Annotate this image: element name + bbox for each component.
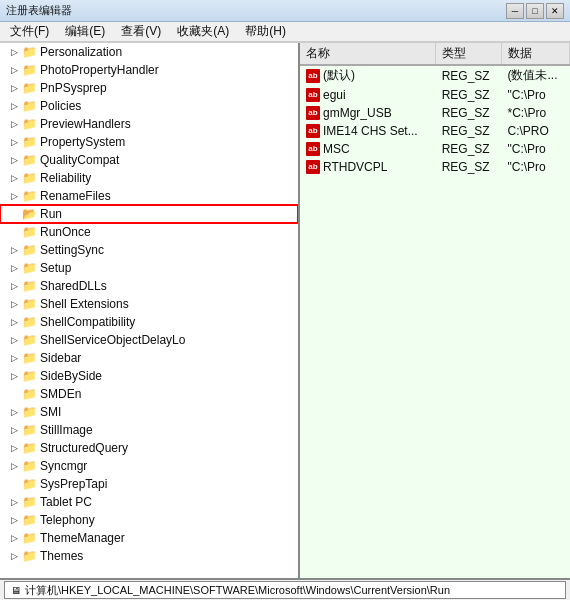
tree-item-run[interactable]: 📂Run [0, 205, 298, 223]
computer-icon: 🖥 [11, 585, 21, 596]
tree-label-shellextensions: Shell Extensions [40, 297, 129, 311]
folder-icon-sidebar: 📁 [21, 351, 37, 365]
reg-type-icon: ab [306, 106, 320, 120]
reg-name-text: MSC [323, 142, 350, 156]
expand-icon-renamefiles: ▷ [8, 190, 20, 202]
tree-item-personalization[interactable]: ▷📁Personalization [0, 43, 298, 61]
folder-icon-run: 📂 [21, 207, 37, 221]
expand-icon-shellserviceobjectdelaylo: ▷ [8, 334, 20, 346]
tree-item-pnpsysprep[interactable]: ▷📁PnPSysprep [0, 79, 298, 97]
tree-item-syncmgr[interactable]: ▷📁Syncmgr [0, 457, 298, 475]
tree-label-telephony: Telephony [40, 513, 95, 527]
tree-item-shareddlls[interactable]: ▷📁SharedDLLs [0, 277, 298, 295]
reg-type-cell: REG_SZ [436, 104, 502, 122]
tree-item-shellcompatibility[interactable]: ▷📁ShellCompatibility [0, 313, 298, 331]
folder-icon-shellcompatibility: 📁 [21, 315, 37, 329]
tree-item-themes[interactable]: ▷📁Themes [0, 547, 298, 565]
tree-label-run: Run [40, 207, 62, 221]
tree-item-shellserviceobjectdelaylo[interactable]: ▷📁ShellServiceObjectDelayLo [0, 331, 298, 349]
col-data[interactable]: 数据 [501, 43, 569, 65]
tree-item-tabletpc[interactable]: ▷📁Tablet PC [0, 493, 298, 511]
table-row[interactable]: abMSCREG_SZ"C:\Pro [300, 140, 570, 158]
tree-item-policies[interactable]: ▷📁Policies [0, 97, 298, 115]
reg-name-cell: ab(默认) [300, 65, 436, 86]
folder-icon-shareddlls: 📁 [21, 279, 37, 293]
tree-label-thememanager: ThemeManager [40, 531, 125, 545]
tree-label-propertysystem: PropertySystem [40, 135, 125, 149]
folder-icon-runonce: 📁 [21, 225, 37, 239]
maximize-button[interactable]: □ [526, 3, 544, 19]
tree-item-reliability[interactable]: ▷📁Reliability [0, 169, 298, 187]
tree-item-telephony[interactable]: ▷📁Telephony [0, 511, 298, 529]
expand-icon-setup: ▷ [8, 262, 20, 274]
table-row[interactable]: ab(默认)REG_SZ(数值未... [300, 65, 570, 86]
tree-item-propertysystem[interactable]: ▷📁PropertySystem [0, 133, 298, 151]
tree-item-previewhandlers[interactable]: ▷📁PreviewHandlers [0, 115, 298, 133]
tree-item-photopropertyhandler[interactable]: ▷📁PhotoPropertyHandler [0, 61, 298, 79]
expand-icon-telephony: ▷ [8, 514, 20, 526]
folder-icon-themes: 📁 [21, 549, 37, 563]
reg-data-cell: C:\PRO [501, 122, 569, 140]
tree-label-shellcompatibility: ShellCompatibility [40, 315, 135, 329]
folder-icon-propertysystem: 📁 [21, 135, 37, 149]
expand-icon-previewhandlers: ▷ [8, 118, 20, 130]
col-type[interactable]: 类型 [436, 43, 502, 65]
expand-icon-shellextensions: ▷ [8, 298, 20, 310]
tree-item-sidebar[interactable]: ▷📁Sidebar [0, 349, 298, 367]
folder-icon-photopropertyhandler: 📁 [21, 63, 37, 77]
tree-label-runonce: RunOnce [40, 225, 91, 239]
reg-data-cell: "C:\Pro [501, 140, 569, 158]
table-row[interactable]: abRTHDVCPLREG_SZ"C:\Pro [300, 158, 570, 176]
reg-name-cell: abegui [300, 86, 436, 104]
table-row[interactable]: abIME14 CHS Set...REG_SZC:\PRO [300, 122, 570, 140]
table-row[interactable]: abgmMgr_USBREG_SZ*C:\Pro [300, 104, 570, 122]
expand-icon-tabletpc: ▷ [8, 496, 20, 508]
menu-item-e[interactable]: 编辑(E) [59, 22, 111, 41]
tree-label-themes: Themes [40, 549, 83, 563]
tree-item-settingsync[interactable]: ▷📁SettingSync [0, 241, 298, 259]
menu-item-h[interactable]: 帮助(H) [239, 22, 292, 41]
tree-item-structuredquery[interactable]: ▷📁StructuredQuery [0, 439, 298, 457]
tree-label-tabletpc: Tablet PC [40, 495, 92, 509]
folder-icon-sidebyside: 📁 [21, 369, 37, 383]
tree-item-setup[interactable]: ▷📁Setup [0, 259, 298, 277]
menu-bar: 文件(F)编辑(E)查看(V)收藏夹(A)帮助(H) [0, 22, 570, 42]
minimize-button[interactable]: ─ [506, 3, 524, 19]
tree-item-smi[interactable]: ▷📁SMI [0, 403, 298, 421]
menu-item-v[interactable]: 查看(V) [115, 22, 167, 41]
tree-item-thememanager[interactable]: ▷📁ThemeManager [0, 529, 298, 547]
tree-item-smden[interactable]: 📁SMDEn [0, 385, 298, 403]
tree-label-syncmgr: Syncmgr [40, 459, 87, 473]
tree-item-runonce[interactable]: 📁RunOnce [0, 223, 298, 241]
tree-panel[interactable]: ▷📁Personalization▷📁PhotoPropertyHandler▷… [0, 43, 300, 578]
folder-icon-tabletpc: 📁 [21, 495, 37, 509]
tree-label-smden: SMDEn [40, 387, 81, 401]
folder-icon-pnpsysprep: 📁 [21, 81, 37, 95]
menu-item-a[interactable]: 收藏夹(A) [171, 22, 235, 41]
folder-icon-smi: 📁 [21, 405, 37, 419]
tree-label-renamefiles: RenameFiles [40, 189, 111, 203]
tree-label-qualitycompat: QualityCompat [40, 153, 119, 167]
table-row[interactable]: abeguiREG_SZ"C:\Pro [300, 86, 570, 104]
folder-icon-qualitycompat: 📁 [21, 153, 37, 167]
tree-item-syspreptapi[interactable]: 📁SysPrepTapi [0, 475, 298, 493]
reg-type-icon: ab [306, 124, 320, 138]
menu-item-f[interactable]: 文件(F) [4, 22, 55, 41]
folder-icon-shellserviceobjectdelaylo: 📁 [21, 333, 37, 347]
close-button[interactable]: ✕ [546, 3, 564, 19]
tree-item-stillimage[interactable]: ▷📁StillImage [0, 421, 298, 439]
tree-item-qualitycompat[interactable]: ▷📁QualityCompat [0, 151, 298, 169]
expand-icon-reliability: ▷ [8, 172, 20, 184]
col-name[interactable]: 名称 [300, 43, 436, 65]
folder-icon-previewhandlers: 📁 [21, 117, 37, 131]
expand-icon-policies: ▷ [8, 100, 20, 112]
tree-item-sidebyside[interactable]: ▷📁SideBySide [0, 367, 298, 385]
expand-icon-personalization: ▷ [8, 46, 20, 58]
tree-label-policies: Policies [40, 99, 81, 113]
tree-label-shellserviceobjectdelaylo: ShellServiceObjectDelayLo [40, 333, 185, 347]
tree-item-renamefiles[interactable]: ▷📁RenameFiles [0, 187, 298, 205]
status-path: 🖥 计算机\HKEY_LOCAL_MACHINE\SOFTWARE\Micros… [4, 581, 566, 599]
tree-item-shellextensions[interactable]: ▷📁Shell Extensions [0, 295, 298, 313]
expand-icon-settingsync: ▷ [8, 244, 20, 256]
folder-icon-smden: 📁 [21, 387, 37, 401]
